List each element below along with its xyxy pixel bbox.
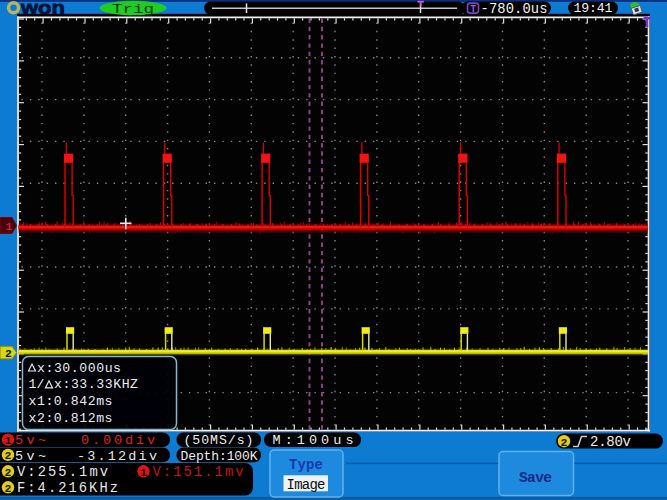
- svg-text:V:255.1mv: V:255.1mv: [17, 465, 108, 480]
- svg-text:x:30.000us: x:30.000us: [37, 361, 121, 376]
- svg-text:M:100us: M:100us: [273, 433, 354, 448]
- svg-text:x:33.33KHZ: x:33.33KHZ: [54, 377, 138, 392]
- svg-text:won: won: [20, 0, 65, 18]
- svg-text:2: 2: [5, 482, 12, 495]
- svg-text:Trig: Trig: [112, 2, 154, 17]
- svg-text:2: 2: [5, 347, 12, 360]
- svg-text:T: T: [470, 4, 476, 15]
- svg-text:1: 1: [140, 466, 147, 479]
- svg-text:2: 2: [5, 449, 12, 462]
- svg-text:Save: Save: [519, 470, 552, 486]
- svg-text:1/: 1/: [29, 377, 45, 392]
- svg-text:2: 2: [5, 466, 12, 479]
- svg-text:19:41: 19:41: [574, 1, 613, 16]
- svg-text:(50MS/s): (50MS/s): [184, 433, 254, 448]
- svg-text:V:151.1mv: V:151.1mv: [153, 465, 244, 480]
- svg-text:1: 1: [5, 220, 12, 233]
- svg-text:Type: Type: [289, 457, 323, 473]
- svg-text:1: 1: [5, 434, 12, 447]
- svg-text:x2:0.812ms: x2:0.812ms: [29, 411, 113, 426]
- svg-text:5v~: 5v~: [15, 449, 46, 464]
- svg-text:Depth:100K: Depth:100K: [181, 449, 258, 464]
- svg-text:0.00div: 0.00div: [81, 433, 155, 448]
- svg-text:2.80v: 2.80v: [590, 434, 631, 450]
- svg-text:Image: Image: [287, 477, 326, 493]
- svg-text:2: 2: [561, 436, 568, 449]
- svg-text:x1:0.842ms: x1:0.842ms: [29, 394, 113, 409]
- svg-text:5v~: 5v~: [15, 433, 46, 448]
- svg-text:-780.0us: -780.0us: [481, 2, 548, 17]
